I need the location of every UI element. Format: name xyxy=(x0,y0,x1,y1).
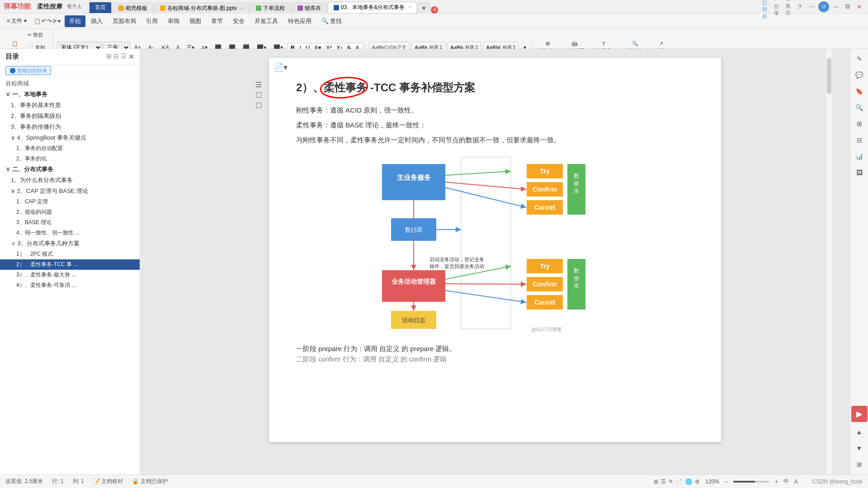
tab-template-icon xyxy=(118,5,124,11)
tab-home[interactable]: 首页 xyxy=(89,2,112,14)
toc-item-2[interactable]: 2、事务的隔离级别 xyxy=(0,111,140,122)
doc-area: ☰ ☐ ☐ 📄▾ 2）、柔性事务 xyxy=(140,49,850,474)
toc-solutions[interactable]: ∨ 3、分布式事务几种方案 xyxy=(0,238,140,249)
tab-template[interactable]: 稻壳模板 xyxy=(113,3,153,14)
toc-item-1[interactable]: 1、事务的基本性质 xyxy=(0,100,140,111)
toc-distributed-tx[interactable]: ∨ 二、分布式事务 xyxy=(0,164,140,175)
rp-chart-btn[interactable]: 📊 xyxy=(853,150,866,163)
toc-problems[interactable]: 2、面临的问题 xyxy=(0,207,140,217)
toc-base-theory[interactable]: 3、BASE 理论 xyxy=(0,217,140,228)
cut-btn[interactable]: ✂ 剪切 xyxy=(25,29,51,41)
menu-search[interactable]: 🔍 查找 xyxy=(317,15,347,27)
left-icon-2[interactable]: ☐ xyxy=(255,91,262,99)
page-heading-area: 2）、柔性事务 -TCC 事务补偿型方案 xyxy=(296,80,694,95)
logo-sub: 柔性按摩 xyxy=(37,3,62,11)
more-arrow[interactable]: ▾ xyxy=(58,18,61,24)
menu-dev[interactable]: 开发工具 xyxy=(250,15,283,27)
rp-scroll-up[interactable]: ▲ xyxy=(853,426,866,438)
sidebar-close-icon[interactable]: ✕ xyxy=(128,52,134,61)
more-btn[interactable]: ⋯ xyxy=(807,2,816,12)
share-btn[interactable]: ↗ 分享 xyxy=(771,2,781,12)
zoom-minus[interactable]: − xyxy=(725,479,728,485)
clipboard-icon[interactable]: 📋 xyxy=(34,18,41,24)
toc-item-4[interactable]: 1、事务的自动配置 xyxy=(0,143,140,154)
review-btn[interactable]: ✎ 批注 xyxy=(783,2,793,12)
tab-doc[interactable]: 03、本地事务&分布式事务 × xyxy=(328,2,417,14)
play-icon: ▶ xyxy=(856,409,863,419)
toc-item-5[interactable]: 2、事务的坑 xyxy=(0,154,140,164)
toc-2pc[interactable]: 1）、2PC 模式 xyxy=(0,249,140,259)
toc-springboot[interactable]: ∨ 4、SpringBoot 事务关键点 xyxy=(0,132,140,143)
menu-view[interactable]: 视图 xyxy=(185,15,206,27)
rp-more-btn[interactable]: ⊞ xyxy=(853,458,866,471)
status-position: 设置值: 2.5厘米 xyxy=(5,478,43,485)
menu-file[interactable]: ≡ 文件 ▾ xyxy=(4,15,30,27)
toc-item-3[interactable]: 3、事务的传播行为 xyxy=(0,122,140,132)
menu-chapter[interactable]: 章节 xyxy=(207,15,227,27)
menu-security[interactable]: 安全 xyxy=(228,15,249,27)
toc-consistency[interactable]: 4、弱一致性、弱一致性 ... xyxy=(0,228,140,238)
rp-edit-btn[interactable]: ✎ xyxy=(853,52,866,65)
left-icon-1[interactable]: ☰ xyxy=(255,80,262,89)
menu-references[interactable]: 引用 xyxy=(142,15,162,27)
tab-pptx-close[interactable]: × xyxy=(241,6,243,11)
rp-image-btn[interactable]: 🖼 xyxy=(853,166,866,179)
help-btn[interactable]: ? xyxy=(795,2,805,12)
toc-tree: 谷粒商城 ∨ 一、本地事务 1、事务的基本性质 2、事务的隔离级别 3、事务的传… xyxy=(0,76,140,474)
toc-cap-base[interactable]: ∨ 2、CAP 定理与 BASE 理论 xyxy=(0,186,140,197)
menu-start[interactable]: 开始 xyxy=(65,15,85,27)
toc-cap-theorem[interactable]: 1、CAP 定理 xyxy=(0,197,140,207)
icon-settings[interactable]: ⚙ xyxy=(695,479,700,485)
sync-btn[interactable]: ✓ 已同步 xyxy=(760,2,769,12)
menu-insert[interactable]: 插入 xyxy=(86,15,107,27)
tab-pptx[interactable]: 谷粒商城-分布式事级-图.pptx × xyxy=(154,3,249,14)
tab-flow[interactable]: 下单流程 xyxy=(250,3,291,14)
user-avatar[interactable]: U xyxy=(818,1,829,12)
scrollbar[interactable] xyxy=(826,49,832,474)
toc-best-effort[interactable]: 3）、柔性事务-最大努 ... xyxy=(0,270,140,280)
main-area: 目录 ⊞ ⊟ ☰ ✕ 🔵 智能识别目录 谷粒商城 ∨ 一、本地事务 1、事务的基… xyxy=(0,49,868,474)
ai-recognize-btn[interactable]: 🔵 智能识别目录 xyxy=(5,66,51,75)
icon-doc[interactable]: 📄 xyxy=(676,479,683,485)
rp-scroll-down[interactable]: ▼ xyxy=(853,442,866,455)
tab-doc-close[interactable]: × xyxy=(408,5,411,10)
redo-icon[interactable]: ↷ xyxy=(47,18,52,24)
toc-item-why[interactable]: 1、为什么有分布式事务 xyxy=(0,175,140,186)
menu-layout[interactable]: 页面布局 xyxy=(108,15,141,27)
rp-grid-btn[interactable]: ⊞ xyxy=(853,117,866,130)
para-1: 刚性事务：遵循 ACID 原则，强一致性。 xyxy=(296,104,694,116)
toc-reliable-msg[interactable]: 4）、柔性事务-可靠消 ... xyxy=(0,280,140,291)
tab-add[interactable]: + xyxy=(418,3,430,14)
svg-text:操作，提交回滚业务活动: 操作，提交回滚业务活动 xyxy=(429,263,484,269)
icon-expand[interactable]: ⊞ xyxy=(654,479,658,485)
add-tab-icon: + xyxy=(422,4,426,12)
icon-columns[interactable]: ☰ xyxy=(661,479,666,485)
rp-search-btn[interactable]: 🔍 xyxy=(853,101,866,114)
toc-local-tx[interactable]: ∨ 一、本地事务 xyxy=(0,89,140,100)
rp-video-btn[interactable]: ▶ xyxy=(851,406,868,422)
svg-text:据: 据 xyxy=(574,275,579,282)
format-icon[interactable]: ⟳ xyxy=(52,18,57,24)
menu-review[interactable]: 审阅 xyxy=(163,15,184,27)
zoom-plus[interactable]: + xyxy=(775,479,778,485)
status-row: 行: 1 xyxy=(52,478,63,485)
toc-tcc[interactable]: 2）、柔性事务-TCC 事 ... xyxy=(0,259,140,270)
undo-icon[interactable]: ↶ xyxy=(42,18,46,24)
svg-text:活动日志: 活动日志 xyxy=(402,317,425,324)
icon-globe[interactable]: 🌐 xyxy=(685,479,692,485)
toc-gugushangcheng[interactable]: 谷粒商城 xyxy=(0,78,140,89)
rp-bookmark-btn[interactable]: 🔖 xyxy=(853,85,866,98)
tab-template-label: 稻壳模板 xyxy=(126,5,147,12)
tab-lock[interactable]: 锁库存 xyxy=(292,3,327,14)
minimize-btn[interactable]: ─ xyxy=(831,2,841,12)
menu-special[interactable]: 特色应用 xyxy=(283,15,316,27)
zoom-slider[interactable] xyxy=(733,481,769,483)
icon-pen[interactable]: ✎ xyxy=(669,479,673,485)
restore-btn[interactable]: ⧉ xyxy=(843,2,853,12)
close-btn[interactable]: ✕ xyxy=(854,2,864,12)
scroll-thumb[interactable] xyxy=(827,58,831,94)
rp-grid2-btn[interactable]: ⊟ xyxy=(853,134,866,146)
left-icon-3[interactable]: ☐ xyxy=(255,101,262,110)
rp-comment-btn[interactable]: 💬 xyxy=(853,69,866,81)
page-menu-icon[interactable]: 📄▾ xyxy=(274,63,288,72)
